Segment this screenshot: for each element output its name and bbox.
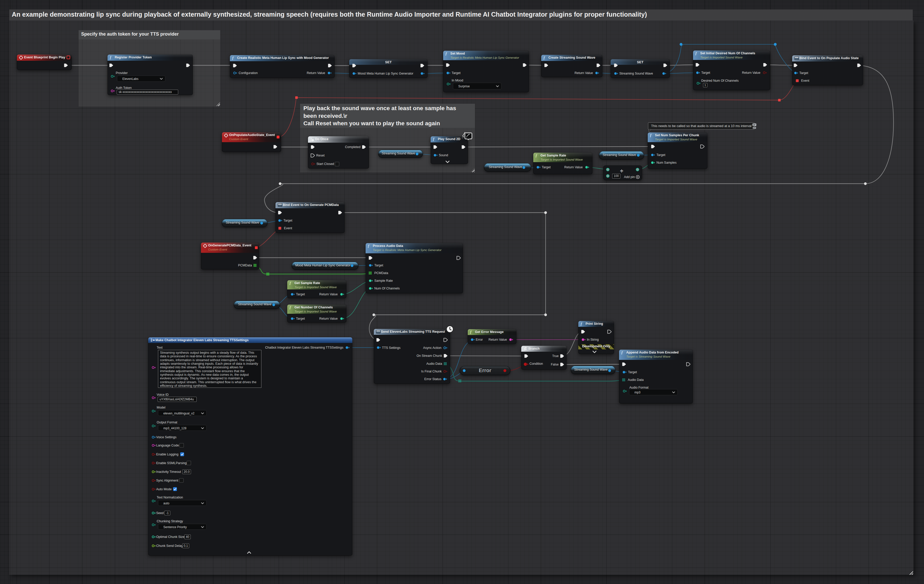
svg-text:1: 1 [310, 137, 312, 140]
